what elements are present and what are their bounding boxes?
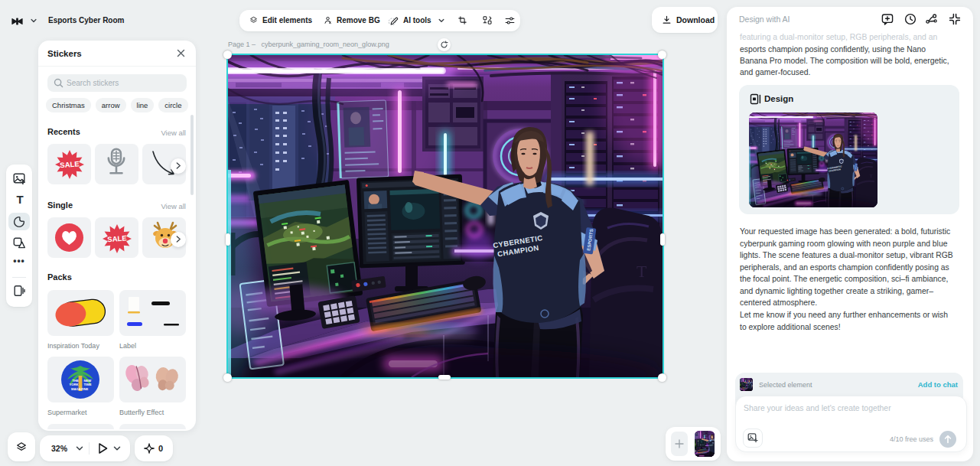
- svg-text:NEW: NEW: [84, 379, 92, 383]
- svg-text:YORK: YORK: [70, 383, 79, 386]
- svg-text:MAGAZINE: MAGAZINE: [71, 387, 89, 391]
- svg-text:TIME: TIME: [84, 383, 92, 386]
- svg-text:THE: THE: [73, 379, 80, 383]
